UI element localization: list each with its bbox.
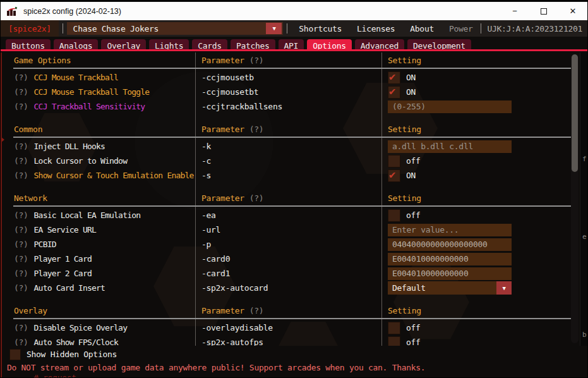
- game-selector[interactable]: Chase Chase Jokers ▼: [67, 22, 284, 35]
- help-icon[interactable]: (?): [14, 240, 28, 249]
- option-parameter: -overlaydisable: [195, 323, 381, 332]
- help-icon[interactable]: (?): [14, 338, 28, 346]
- option-parameter: -c: [195, 156, 381, 166]
- spice2x-window: spice2x config (2024-02-13) − ✕ [spice2x…: [0, 0, 588, 378]
- checkbox-basic-local-ea-emulation[interactable]: [388, 209, 400, 222]
- setting-column-header: Setting: [381, 56, 572, 65]
- row-pcbid: (?)PCBID-p04040000000000000000: [2, 237, 572, 252]
- maximize-button[interactable]: [529, 2, 558, 20]
- chevron-down-icon: ▼: [272, 25, 275, 32]
- help-icon[interactable]: (?): [14, 87, 28, 97]
- help-icon[interactable]: (?): [14, 225, 28, 235]
- input-player-1-card[interactable]: E004010000000000: [388, 253, 512, 265]
- tab-options[interactable]: Options: [307, 39, 352, 51]
- parameter-header-label: Parameter: [201, 306, 244, 315]
- scrollbar[interactable]: [571, 54, 579, 343]
- minimize-button[interactable]: −: [500, 2, 529, 20]
- option-label: Basic Local EA Emulation: [34, 210, 141, 220]
- edge-text-fragment: b: [582, 331, 586, 339]
- option-label: CCJ Mouse Trackball Toggle: [34, 87, 150, 97]
- option-parameter: -sp2x-autocard: [195, 283, 381, 293]
- setting-column-header: Setting: [381, 125, 572, 134]
- select-value: Default: [392, 283, 426, 293]
- parameter-column-header: Parameter(?): [195, 125, 381, 134]
- menu-item-shortcuts[interactable]: Shortcuts: [291, 24, 349, 34]
- row-inject-dll-hooks: (?)Inject DLL Hooks-ka.dll b.dll c.dll: [2, 139, 572, 154]
- tab-cards[interactable]: Cards: [192, 39, 227, 51]
- option-label: Player 2 Card: [34, 269, 92, 278]
- option-parameter: -url: [195, 225, 381, 235]
- section-divider: [13, 318, 572, 319]
- parameter-help-icon[interactable]: (?): [249, 193, 264, 203]
- parameter-help-icon[interactable]: (?): [249, 125, 264, 134]
- select-dropdown-button[interactable]: ▼: [496, 281, 512, 295]
- option-setting-cell: Enter value...: [381, 224, 572, 236]
- option-setting-cell: off: [381, 155, 572, 168]
- help-icon[interactable]: (?): [14, 171, 28, 180]
- help-icon[interactable]: (?): [14, 283, 28, 293]
- brand-label: [spice2x]: [1, 20, 59, 37]
- checkbox-state-label: ON: [406, 73, 416, 82]
- tab-buttons[interactable]: Buttons: [6, 39, 51, 51]
- separator: [287, 23, 287, 34]
- close-button[interactable]: ✕: [558, 2, 587, 20]
- show-hidden-options-checkbox[interactable]: [9, 349, 21, 360]
- help-icon[interactable]: (?): [14, 269, 28, 278]
- help-icon[interactable]: (?): [14, 73, 28, 82]
- input-player-2-card[interactable]: E004010000000000: [388, 267, 512, 280]
- help-icon[interactable]: (?): [14, 102, 28, 111]
- checkbox-ccj-mouse-trackball[interactable]: ✔: [388, 71, 400, 84]
- menu-item-licenses[interactable]: Licenses: [349, 24, 402, 34]
- input-ccj-trackball-sensitivity[interactable]: (0-255): [388, 101, 512, 113]
- warning-text: Do NOT stream or upload game data anywhe…: [2, 361, 587, 372]
- checkbox-state-label: off: [406, 338, 421, 346]
- help-icon[interactable]: (?): [14, 323, 28, 332]
- option-label-cell: (?)CCJ Mouse Trackball: [2, 73, 195, 82]
- option-label: CCJ Trackball Sensitivity: [34, 102, 145, 111]
- input-pcbid[interactable]: 04040000000000000000: [388, 238, 512, 251]
- option-label: Lock Cursor to Window: [34, 156, 128, 166]
- option-label: Show Cursor & Touch Emulation Enable: [34, 171, 194, 180]
- game-dropdown-button[interactable]: ▼: [266, 23, 282, 34]
- option-setting-cell: ✔ON: [381, 169, 572, 182]
- option-setting-cell: a.dll b.dll c.dll: [381, 140, 572, 153]
- menu-item-power[interactable]: Power: [441, 24, 481, 34]
- separator: [481, 23, 481, 34]
- parameter-help-icon[interactable]: (?): [249, 56, 264, 65]
- scrollbar-thumb[interactable]: [572, 54, 578, 172]
- tab-patches[interactable]: Patches: [231, 39, 275, 51]
- tab-advanced[interactable]: Advanced: [355, 39, 404, 51]
- checkbox-show-cursor-touch-emulation-enable[interactable]: ✔: [388, 169, 400, 182]
- right-edge-sliver: febo: [580, 52, 587, 346]
- section-network: NetworkParameter(?)Setting(?)Basic Local…: [2, 192, 572, 295]
- section-header: Game OptionsParameter(?)Setting: [2, 54, 572, 66]
- select-auto-card-insert[interactable]: Default▼: [388, 281, 512, 295]
- close-icon: ✕: [570, 6, 577, 16]
- help-icon[interactable]: (?): [14, 210, 28, 220]
- tab-api[interactable]: API: [279, 39, 304, 51]
- checkbox-ccj-mouse-trackball-toggle[interactable]: ✔: [388, 86, 400, 99]
- help-icon[interactable]: (?): [14, 142, 28, 151]
- input-inject-dll-hooks[interactable]: a.dll b.dll c.dll: [388, 140, 512, 153]
- section-header: CommonParameter(?)Setting: [2, 123, 572, 135]
- input-ea-service-url[interactable]: Enter value...: [388, 224, 512, 236]
- checkbox-auto-show-fps-clock[interactable]: [388, 336, 400, 346]
- help-icon[interactable]: (?): [14, 254, 28, 264]
- tab-lights[interactable]: Lights: [149, 39, 189, 51]
- parameter-help-icon[interactable]: (?): [249, 306, 264, 315]
- option-parameter: -p: [195, 240, 381, 249]
- option-label-cell: (?)Lock Cursor to Window: [2, 156, 195, 166]
- checkbox-disable-spice-overlay[interactable]: [388, 322, 400, 334]
- tab-analogs[interactable]: Analogs: [54, 39, 99, 51]
- help-icon[interactable]: (?): [14, 156, 28, 166]
- option-label: CCJ Mouse Trackball: [34, 73, 119, 82]
- separator: [63, 23, 63, 34]
- row-player-2-card: (?)Player 2 Card-card1E004010000000000: [2, 266, 572, 281]
- option-label: PCBID: [34, 240, 56, 249]
- tab-overlay[interactable]: Overlay: [101, 39, 146, 51]
- checkbox-lock-cursor-to-window[interactable]: [388, 155, 400, 168]
- menu-item-about[interactable]: About: [402, 24, 441, 34]
- tab-development[interactable]: Development: [407, 39, 471, 51]
- parameter-header-label: Parameter: [201, 56, 244, 65]
- parameter-column-header: Parameter(?): [195, 56, 381, 65]
